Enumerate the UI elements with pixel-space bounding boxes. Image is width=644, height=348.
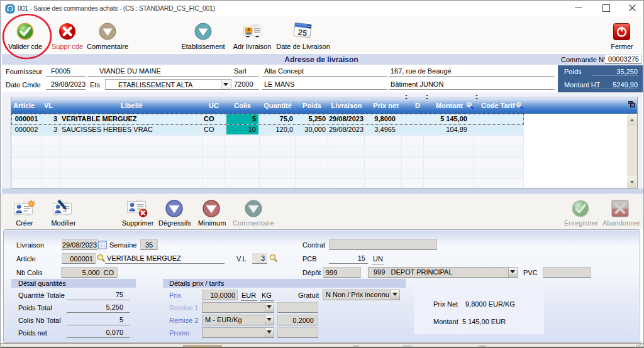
svg-text:25: 25 bbox=[297, 28, 308, 38]
